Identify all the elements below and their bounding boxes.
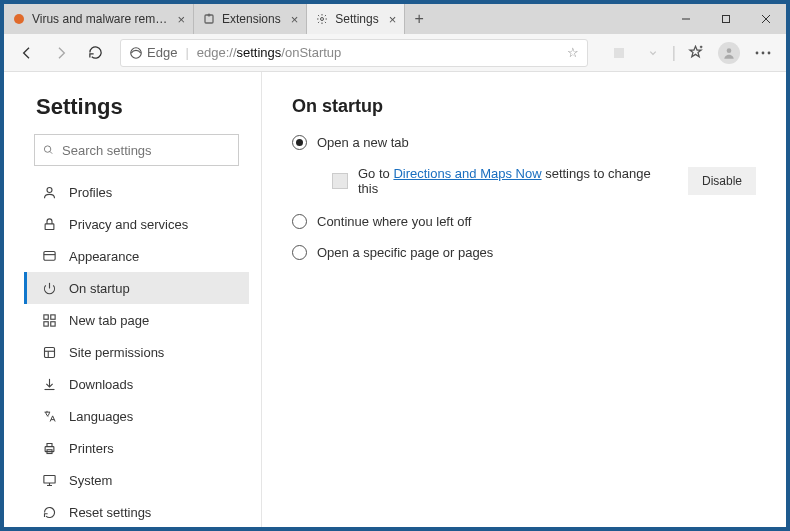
svg-point-3: [321, 18, 324, 21]
svg-rect-9: [614, 48, 624, 58]
new-tab-button[interactable]: +: [405, 4, 433, 34]
tab-title: Extensions: [222, 12, 281, 26]
option-label: Open a new tab: [317, 135, 409, 150]
edge-icon: Edge: [129, 45, 177, 60]
radio-open-new-tab[interactable]: [292, 135, 307, 150]
tab-virus[interactable]: Virus and malware removal instr ×: [4, 4, 194, 34]
search-field[interactable]: [62, 143, 230, 158]
svg-rect-24: [43, 321, 47, 325]
svg-rect-31: [43, 475, 54, 483]
avatar: [718, 42, 740, 64]
radio-specific-page[interactable]: [292, 245, 307, 260]
radio-continue[interactable]: [292, 214, 307, 229]
sidebar-item-appearance[interactable]: Appearance: [24, 240, 249, 272]
favorite-icon[interactable]: ☆: [567, 45, 579, 60]
forward-button[interactable]: [46, 38, 76, 68]
tab-settings[interactable]: Settings ×: [307, 4, 405, 34]
sidebar-item-privacy[interactable]: Privacy and services: [24, 208, 249, 240]
search-input[interactable]: [34, 134, 239, 166]
svg-point-12: [727, 48, 732, 53]
favorites-icon[interactable]: [680, 38, 710, 68]
svg-point-13: [756, 51, 759, 54]
close-button[interactable]: [746, 4, 786, 34]
more-button[interactable]: [748, 38, 778, 68]
sidebar-item-system[interactable]: System: [24, 464, 249, 496]
sidebar-item-label: Languages: [69, 409, 133, 424]
sidebar-item-label: System: [69, 473, 112, 488]
extension-icon: [332, 173, 348, 189]
sidebar-item-label: Printers: [69, 441, 114, 456]
download-icon: [41, 376, 57, 392]
downloads-icon[interactable]: [638, 38, 668, 68]
lock-icon: [41, 216, 57, 232]
power-icon: [41, 280, 57, 296]
profile-button[interactable]: [714, 38, 744, 68]
section-title: On startup: [292, 96, 756, 117]
grid-icon: [41, 312, 57, 328]
extension-link[interactable]: Directions and Maps Now: [393, 166, 541, 181]
option-label: Continue where you left off: [317, 214, 471, 229]
sidebar-item-permissions[interactable]: Site permissions: [24, 336, 249, 368]
svg-rect-19: [45, 223, 54, 229]
refresh-button[interactable]: [80, 38, 110, 68]
appearance-icon: [41, 248, 57, 264]
sidebar-item-reset[interactable]: Reset settings: [24, 496, 249, 528]
maximize-button[interactable]: [706, 4, 746, 34]
sidebar-item-label: On startup: [69, 281, 130, 296]
tab-title: Settings: [335, 12, 378, 26]
svg-rect-22: [43, 314, 47, 318]
svg-rect-26: [44, 347, 54, 357]
profile-icon: [41, 184, 57, 200]
svg-rect-20: [43, 251, 54, 260]
page-title: Settings: [36, 94, 249, 120]
sidebar-item-label: Site permissions: [69, 345, 164, 360]
sidebar-item-languages[interactable]: Languages: [24, 400, 249, 432]
sidebar-item-downloads[interactable]: Downloads: [24, 368, 249, 400]
svg-rect-5: [723, 16, 730, 23]
sidebar-item-newtab[interactable]: New tab page: [24, 304, 249, 336]
sidebar-item-label: Appearance: [69, 249, 139, 264]
minimize-button[interactable]: [666, 4, 706, 34]
permissions-icon: [41, 344, 57, 360]
language-icon: [41, 408, 57, 424]
reset-icon: [41, 504, 57, 520]
gear-icon: [315, 12, 329, 26]
close-icon[interactable]: ×: [177, 12, 185, 27]
url-text: edge://settings/onStartup: [197, 45, 559, 60]
site-identity: Edge: [147, 45, 177, 60]
tab-title: Virus and malware removal instr: [32, 12, 167, 26]
sidebar-item-label: Reset settings: [69, 505, 151, 520]
back-button[interactable]: [12, 38, 42, 68]
sidebar-item-label: Privacy and services: [69, 217, 188, 232]
svg-point-15: [768, 51, 771, 54]
option-label: Open a specific page or pages: [317, 245, 493, 260]
sidebar-item-label: Downloads: [69, 377, 133, 392]
svg-point-2: [208, 14, 211, 17]
address-bar[interactable]: Edge | edge://settings/onStartup ☆: [120, 39, 588, 67]
svg-point-0: [14, 14, 24, 24]
extension-toolbar-icon[interactable]: [604, 38, 634, 68]
tab-favicon: [12, 12, 26, 26]
sidebar-item-on-startup[interactable]: On startup: [24, 272, 249, 304]
svg-point-18: [47, 187, 52, 192]
svg-rect-25: [50, 321, 54, 325]
extension-notice: Go to Directions and Maps Now settings t…: [358, 166, 668, 196]
sidebar-item-label: Profiles: [69, 185, 112, 200]
sidebar-item-label: New tab page: [69, 313, 149, 328]
search-icon: [43, 143, 54, 157]
sidebar-item-printers[interactable]: Printers: [24, 432, 249, 464]
sidebar-item-profiles[interactable]: Profiles: [24, 176, 249, 208]
system-icon: [41, 472, 57, 488]
svg-line-17: [50, 151, 52, 153]
svg-rect-23: [50, 314, 54, 318]
disable-button[interactable]: Disable: [688, 167, 756, 195]
puzzle-icon: [202, 12, 216, 26]
close-icon[interactable]: ×: [389, 12, 397, 27]
tab-extensions[interactable]: Extensions ×: [194, 4, 307, 34]
svg-point-16: [44, 146, 50, 152]
close-icon[interactable]: ×: [291, 12, 299, 27]
printer-icon: [41, 440, 57, 456]
svg-point-8: [131, 47, 142, 58]
svg-point-14: [762, 51, 765, 54]
